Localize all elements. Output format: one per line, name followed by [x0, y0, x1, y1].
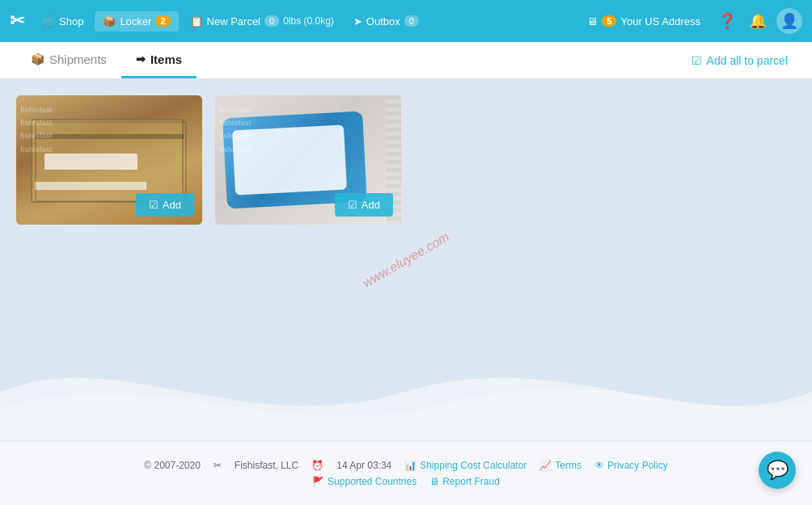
- add-item-1-button[interactable]: ☑ Add: [136, 193, 194, 217]
- item-card-1: fishisfastfishisfastfishisfastfishisfast…: [16, 95, 202, 225]
- notifications-button[interactable]: 🔔: [746, 9, 770, 33]
- report-fraud-link[interactable]: 🖥 Report Fraud: [429, 476, 500, 487]
- nav-shop[interactable]: 🛒 Shop: [34, 11, 91, 32]
- add-all-icon: ☑: [691, 54, 702, 67]
- add-all-label: Add all to parcel: [707, 54, 788, 67]
- footer-brand: Fishisfast, LLC: [235, 460, 298, 471]
- subnav-tabs: 📦 Shipments ➡ Items: [16, 43, 197, 78]
- footer-copyright: © 2007-2020: [144, 460, 201, 471]
- footer-clock-icon: ⏰: [311, 460, 324, 471]
- help-button[interactable]: ❓: [715, 9, 739, 33]
- item-card-2: fishisfastfishisfastfishisfastfishisfast…: [215, 95, 401, 225]
- footer-datetime: 14 Apr 03:34: [336, 460, 391, 471]
- terms-icon: 📈: [539, 460, 552, 471]
- fraud-label: Report Fraud: [442, 476, 500, 487]
- items-grid: fishisfastfishisfastfishisfastfishisfast…: [16, 95, 796, 225]
- address-label: Your US Address: [620, 15, 700, 27]
- countries-icon: 🚩: [312, 476, 324, 487]
- header-nav: 🛒 Shop 📦 Locker 2 📋 New Parcel 0 0lbs (0…: [34, 11, 574, 32]
- nav-us-address[interactable]: 🖥 5 Your US Address: [579, 11, 708, 32]
- box-icon: 📦: [103, 15, 116, 27]
- privacy-icon: 👁: [594, 460, 604, 471]
- tab-items[interactable]: ➡ Items: [121, 43, 197, 78]
- fraud-icon: 🖥: [429, 476, 439, 487]
- profile-avatar[interactable]: 👤: [776, 8, 802, 34]
- header-right: 🖥 5 Your US Address ❓ 🔔 👤: [579, 8, 802, 34]
- new-parcel-label: New Parcel: [207, 15, 260, 27]
- add-icon-2: ☑: [348, 199, 357, 211]
- parcel-icon: 📋: [190, 15, 203, 27]
- chat-button[interactable]: 💬: [759, 452, 796, 489]
- outbox-badge: 0: [404, 15, 419, 27]
- new-parcel-badge: 0: [264, 15, 279, 27]
- countries-label: Supported Countries: [328, 476, 417, 487]
- footer-row-1: © 2007-2020 ✂ Fishisfast, LLC ⏰ 14 Apr 0…: [144, 460, 667, 471]
- calculator-label: Shipping Cost Calculator: [420, 460, 527, 471]
- subnav-right: ☑ Add all to parcel: [683, 49, 796, 72]
- privacy-policy-link[interactable]: 👁 Privacy Policy: [594, 460, 668, 471]
- subnav: 📦 Shipments ➡ Items ☑ Add all to parcel: [0, 42, 812, 79]
- calculator-icon: 📊: [404, 460, 417, 471]
- parcel-weight: 0lbs (0.0kg): [283, 15, 334, 27]
- privacy-label: Privacy Policy: [607, 460, 668, 471]
- shipments-tab-icon: 📦: [31, 53, 44, 65]
- terms-link[interactable]: 📈 Terms: [539, 460, 582, 471]
- header: ✂ 🛒 Shop 📦 Locker 2 📋 New Parcel 0 0lbs …: [0, 0, 812, 42]
- shipments-tab-label: Shipments: [49, 53, 107, 66]
- logo-icon[interactable]: ✂: [10, 11, 24, 32]
- add-label-2: Add: [362, 199, 380, 211]
- address-number: 5: [602, 15, 616, 27]
- outbox-label: Outbox: [366, 15, 400, 27]
- supported-countries-link[interactable]: 🚩 Supported Countries: [312, 476, 417, 487]
- wave-decoration: [0, 343, 812, 440]
- footer-brand-icon: ✂: [214, 460, 222, 471]
- nav-outbox[interactable]: ➤ Outbox 0: [345, 11, 427, 32]
- shop-label: Shop: [59, 15, 83, 27]
- add-item-2-button[interactable]: ☑ Add: [335, 193, 393, 217]
- locker-badge: 2: [155, 15, 170, 27]
- add-all-to-parcel-button[interactable]: ☑ Add all to parcel: [683, 49, 796, 72]
- nav-new-parcel[interactable]: 📋 New Parcel 0 0lbs (0.0kg): [182, 11, 342, 32]
- add-icon-1: ☑: [149, 199, 159, 211]
- address-icon: 🖥: [587, 15, 598, 27]
- footer-row-2: 🚩 Supported Countries 🖥 Report Fraud: [312, 476, 500, 487]
- footer: © 2007-2020 ✂ Fishisfast, LLC ⏰ 14 Apr 0…: [0, 440, 812, 505]
- nav-locker[interactable]: 📦 Locker 2: [95, 11, 178, 32]
- chat-icon: 💬: [767, 460, 789, 481]
- terms-label: Terms: [555, 460, 582, 471]
- outbox-icon: ➤: [353, 15, 362, 27]
- shipping-calculator-link[interactable]: 📊 Shipping Cost Calculator: [404, 460, 527, 471]
- items-tab-icon: ➡: [136, 53, 146, 65]
- items-tab-label: Items: [150, 53, 182, 66]
- add-label-1: Add: [163, 199, 181, 211]
- locker-label: Locker: [120, 15, 151, 27]
- tab-shipments[interactable]: 📦 Shipments: [16, 43, 121, 78]
- main-content: fishisfastfishisfastfishisfastfishisfast…: [0, 79, 812, 440]
- page-watermark: www.eluyee.com: [361, 229, 452, 291]
- cart-icon: 🛒: [42, 15, 55, 27]
